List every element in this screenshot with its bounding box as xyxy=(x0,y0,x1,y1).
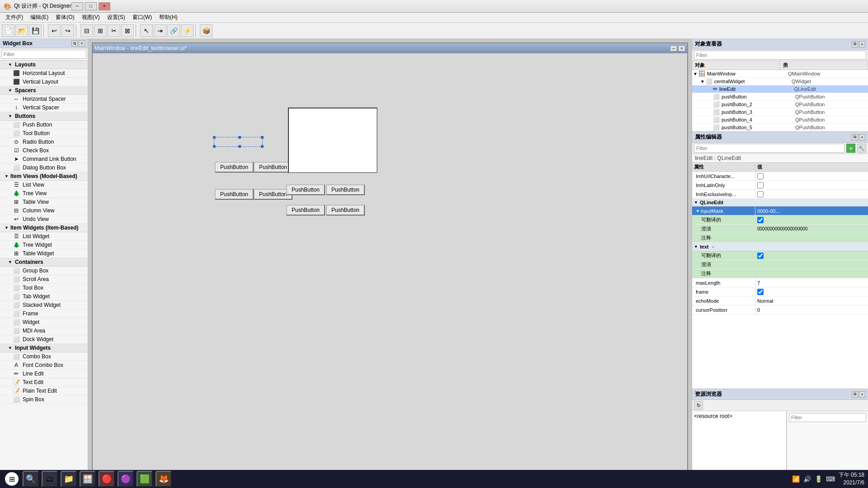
tool-buddy[interactable]: 🔗 xyxy=(167,24,180,37)
canvas-push-button-1[interactable]: PushButton xyxy=(215,162,254,173)
prop-val-inputmask[interactable]: 0000-00 ... xyxy=(755,206,868,215)
canvas-push-button-6[interactable]: PushButton xyxy=(326,184,365,195)
tool-adj-size[interactable]: ⊠ xyxy=(121,24,134,37)
widget-item-h-spacer[interactable]: ↔Horizontal Spacer xyxy=(0,95,88,103)
widget-item-list-view[interactable]: ☰List View xyxy=(0,181,88,189)
tool-arrow[interactable]: ↖ xyxy=(140,24,153,37)
canvas-push-button-7[interactable]: PushButton xyxy=(286,205,325,216)
widget-item-scroll-area[interactable]: ⬜Scroll Area xyxy=(0,275,88,284)
tool-resource[interactable]: 📦 xyxy=(200,24,212,37)
tool-redo[interactable]: ↪ xyxy=(61,24,74,37)
menu-help[interactable]: 帮助(H) xyxy=(156,13,181,22)
prop-val-maxlength[interactable]: 7 xyxy=(755,278,868,287)
tool-align-v[interactable]: ⊞ xyxy=(94,24,107,37)
prop-filter-input[interactable] xyxy=(694,144,844,153)
imhurl-checkbox[interactable] xyxy=(757,173,764,179)
maximize-button[interactable]: □ xyxy=(85,2,97,10)
prop-val-imhlatin[interactable] xyxy=(755,181,868,189)
canvas-push-button-2[interactable]: PushButton xyxy=(254,162,292,173)
widget-filter-input[interactable] xyxy=(1,50,86,59)
widget-item-frame[interactable]: ⬜Frame xyxy=(0,310,88,318)
widget-item-column-view[interactable]: ⊟Column View xyxy=(0,206,88,215)
res-refresh-btn[interactable]: ↻ xyxy=(694,401,703,410)
widget-item-combo-box[interactable]: ⬜Combo Box xyxy=(0,352,88,361)
menu-form[interactable]: 窗体(O) xyxy=(52,13,78,22)
translatable1-checkbox[interactable] xyxy=(757,217,764,223)
taskbar-app1[interactable]: 🔴 xyxy=(99,471,115,487)
expander-centralwidget[interactable]: ▼ xyxy=(699,79,706,84)
resource-filter-input[interactable] xyxy=(789,413,866,422)
widget-item-push-button[interactable]: ⬜Push Button xyxy=(0,121,88,129)
tree-row-pushbutton3[interactable]: ⬜ pushButton_3 QPushButton xyxy=(692,108,868,116)
menu-settings[interactable]: 设置(S) xyxy=(104,13,129,22)
imhexclusive-checkbox[interactable] xyxy=(757,191,764,197)
prop-val-comment1[interactable] xyxy=(755,234,868,242)
prop-val-imhurl[interactable] xyxy=(755,172,868,180)
minimize-button[interactable]: ─ xyxy=(71,2,83,10)
obj-inspector-float[interactable]: ⧉ xyxy=(852,41,858,47)
volume-icon[interactable]: 🔊 xyxy=(803,475,811,483)
network-icon[interactable]: 📶 xyxy=(792,475,800,483)
prop-group-text[interactable]: text - xyxy=(692,243,868,251)
widget-item-check-box[interactable]: ☑Check Box xyxy=(0,146,88,155)
widget-item-stacked-widget[interactable]: ⬜Stacked Widget xyxy=(0,301,88,310)
widget-item-widget[interactable]: ⬜Widget xyxy=(0,318,88,327)
widget-item-undo-view[interactable]: ↩Undo View xyxy=(0,215,88,224)
prop-editor-float[interactable]: ⧉ xyxy=(852,134,858,141)
widget-item-horizontal-layout[interactable]: ⬛Horizontal Layout xyxy=(0,69,88,78)
widget-item-spin-box[interactable]: ⬜Spin Box xyxy=(0,395,88,404)
canvas-push-button-3[interactable]: PushButton xyxy=(215,189,254,200)
tree-row-lineedit[interactable]: ✏ lineEdit QLineEdit xyxy=(692,85,868,93)
menu-view[interactable]: 视图(V) xyxy=(78,13,104,22)
res-float-btn[interactable]: ⧉ xyxy=(852,391,858,398)
prop-val-translatable2[interactable] xyxy=(755,251,868,260)
widget-item-command-link[interactable]: ➤Command Link Button xyxy=(0,155,88,164)
tool-save[interactable]: 💾 xyxy=(29,24,42,37)
tool-signal[interactable]: ⚡ xyxy=(181,24,193,37)
menu-edit[interactable]: 编辑(E) xyxy=(27,13,52,22)
subcategory-item-widgets[interactable]: Item Widgets (Item-Based) xyxy=(0,224,88,232)
widget-item-tool-box[interactable]: ⬜Tool Box xyxy=(0,284,88,292)
widget-item-plain-text-edit[interactable]: 📝Plain Text Edit xyxy=(0,387,88,395)
widget-item-tool-button[interactable]: ⬜Tool Button xyxy=(0,129,88,138)
taskbar-store[interactable]: 🪟 xyxy=(80,471,96,487)
canvas-push-button-8[interactable]: PushButton xyxy=(326,205,365,216)
designer-close[interactable]: × xyxy=(678,45,685,52)
imhlatin-checkbox[interactable] xyxy=(757,182,764,188)
widget-item-tree-view[interactable]: 🌲Tree View xyxy=(0,189,88,198)
start-button[interactable]: ⊞ xyxy=(4,471,20,487)
res-close-btn[interactable]: × xyxy=(859,391,865,398)
menu-window[interactable]: 窗口(W) xyxy=(129,13,156,22)
category-layouts[interactable]: Layouts xyxy=(0,61,88,69)
tree-row-pushbutton4[interactable]: ⬜ pushButton_4 QPushButton xyxy=(692,116,868,124)
prop-add-button[interactable]: + xyxy=(846,144,855,153)
prop-val-clarify1[interactable]: 00000000000000000000 xyxy=(755,225,868,233)
tool-undo[interactable]: ↩ xyxy=(48,24,61,37)
inputmask-edit-btn[interactable]: ... xyxy=(775,208,780,214)
prop-wrench-button[interactable]: 🔧 xyxy=(857,144,866,153)
battery-icon[interactable]: 🔋 xyxy=(815,475,822,483)
prop-editor-close[interactable]: × xyxy=(859,134,865,141)
prop-val-translatable1[interactable] xyxy=(755,216,868,224)
widget-item-dock-widget[interactable]: ⬜Dock Widget xyxy=(0,335,88,344)
tree-row-pushbutton5[interactable]: ⬜ pushButton_5 QPushButton xyxy=(692,124,868,131)
prop-val-clarify2[interactable] xyxy=(755,260,868,269)
translatable2-checkbox[interactable] xyxy=(757,253,764,259)
widget-item-radio-button[interactable]: ⊙Radio Button xyxy=(0,138,88,146)
widget-item-dialog-bbox[interactable]: ⬜Dialog Button Box xyxy=(0,164,88,172)
widget-item-mdi-area[interactable]: ⬜MDI Area xyxy=(0,327,88,335)
prop-val-imhexclusive[interactable] xyxy=(755,190,868,198)
widget-item-table-view[interactable]: ⊞Table View xyxy=(0,198,88,206)
close-button[interactable]: × xyxy=(99,2,110,10)
tool-open[interactable]: 📂 xyxy=(15,24,28,37)
keyboard-icon[interactable]: ⌨ xyxy=(826,475,835,483)
widget-item-tab-widget[interactable]: ⬜Tab Widget xyxy=(0,292,88,301)
tool-tab[interactable]: ⇥ xyxy=(154,24,166,37)
prop-val-frame[interactable] xyxy=(755,287,868,296)
canvas[interactable]: PushButton PushButton PushButton PushBut… xyxy=(93,53,687,472)
category-spacers[interactable]: Spacers xyxy=(0,86,88,95)
widget-item-text-edit[interactable]: 📝Text Edit xyxy=(0,378,88,387)
tree-row-pushbutton2[interactable]: ⬜ pushButton_2 QPushButton xyxy=(692,101,868,108)
widget-item-group-box[interactable]: ⬜Group Box xyxy=(0,267,88,275)
taskbar-search[interactable]: 🔍 xyxy=(23,471,39,487)
